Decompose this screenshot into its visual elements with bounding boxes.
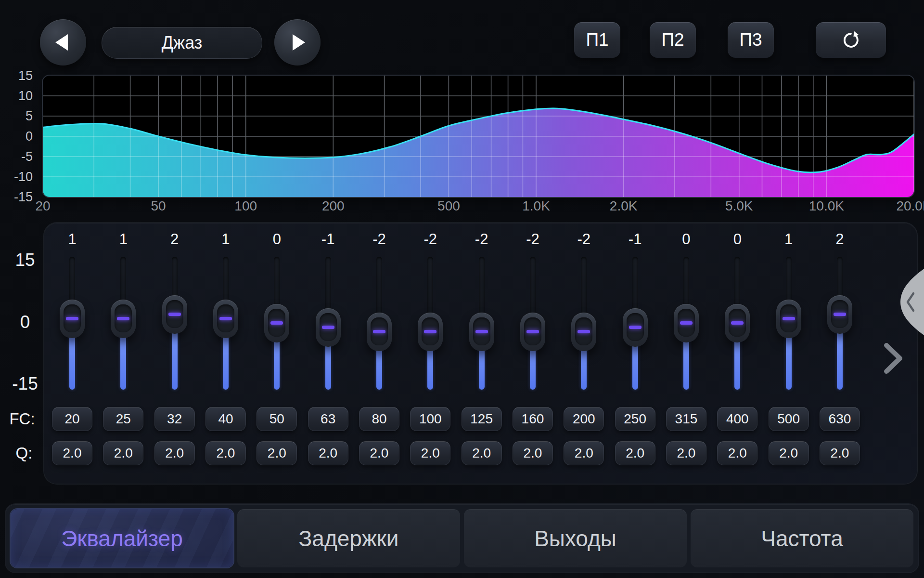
band-q-button[interactable]: 2.0 bbox=[820, 441, 860, 465]
memory-button-3[interactable]: П3 bbox=[728, 22, 774, 58]
band-fc-button[interactable]: 500 bbox=[769, 407, 809, 431]
memory-button-1[interactable]: П1 bbox=[574, 22, 620, 58]
band-q-button[interactable]: 2.0 bbox=[462, 441, 502, 465]
band-gain-value: 0 bbox=[661, 231, 712, 248]
slider-scale-label: 0 bbox=[20, 312, 30, 332]
band-q-button[interactable]: 2.0 bbox=[257, 441, 297, 465]
arrow-right-icon bbox=[293, 34, 305, 51]
band-gain-value: 1 bbox=[47, 231, 98, 248]
band-q-button[interactable]: 2.0 bbox=[359, 441, 399, 465]
band-q-button[interactable]: 2.0 bbox=[513, 441, 553, 465]
x-tick-label: 50 bbox=[151, 198, 166, 214]
thumb-dash-icon bbox=[117, 317, 129, 320]
band-fc-button[interactable]: 125 bbox=[462, 407, 502, 431]
preset-next-button[interactable] bbox=[274, 19, 321, 66]
thumb-dash-icon bbox=[783, 317, 795, 320]
graph-x-axis: 20501002005001.0K2.0K5.0K10.0K20.0K bbox=[0, 198, 924, 216]
eq-band-200: -22002.0 bbox=[558, 223, 609, 484]
band-slider-thumb[interactable] bbox=[162, 295, 187, 334]
band-slider-thumb[interactable] bbox=[827, 295, 852, 334]
band-slider-thumb[interactable] bbox=[111, 300, 136, 338]
tab-outputs[interactable]: Выходы bbox=[464, 509, 687, 567]
band-slider-thumb[interactable] bbox=[725, 304, 750, 342]
band-q-button[interactable]: 2.0 bbox=[52, 441, 92, 465]
eq-band-100: -21002.0 bbox=[405, 223, 456, 484]
eq-band-63: -1632.0 bbox=[303, 223, 354, 484]
band-fc-button[interactable]: 20 bbox=[52, 407, 92, 431]
x-tick-label: 500 bbox=[437, 198, 460, 214]
band-q-button[interactable]: 2.0 bbox=[410, 441, 450, 465]
band-q-button[interactable]: 2.0 bbox=[666, 441, 706, 465]
x-tick-label: 2.0K bbox=[610, 198, 638, 214]
equalizer-screen: Джаз П1П2П3 151050-5-10-15 2050100200500… bbox=[0, 0, 924, 578]
band-q-button[interactable]: 2.0 bbox=[615, 441, 655, 465]
thumb-dash-icon bbox=[731, 321, 744, 325]
band-gain-value: -2 bbox=[507, 231, 558, 248]
band-slider-thumb[interactable] bbox=[367, 313, 392, 351]
band-q-button[interactable]: 2.0 bbox=[564, 441, 604, 465]
band-fc-button[interactable]: 50 bbox=[257, 407, 297, 431]
band-fc-button[interactable]: 100 bbox=[410, 407, 450, 431]
eq-curve-svg bbox=[43, 76, 914, 197]
arrow-left-icon bbox=[55, 34, 68, 51]
band-slider-thumb[interactable] bbox=[469, 313, 494, 351]
thumb-dash-icon bbox=[475, 330, 488, 333]
band-slider-thumb[interactable] bbox=[776, 300, 801, 338]
band-slider-thumb[interactable] bbox=[316, 308, 341, 347]
thumb-dash-icon bbox=[578, 330, 590, 333]
eq-curve-plot bbox=[43, 76, 914, 197]
tab-frequency[interactable]: Частота bbox=[691, 509, 913, 567]
eq-band-50: 0502.0 bbox=[251, 223, 302, 484]
thumb-dash-icon bbox=[526, 330, 539, 333]
eq-band-315: 03152.0 bbox=[661, 223, 712, 484]
band-slider-thumb[interactable] bbox=[623, 308, 648, 347]
eq-band-400: 04002.0 bbox=[712, 223, 763, 484]
band-fc-button[interactable]: 315 bbox=[666, 407, 706, 431]
eq-band-20: 1202.0 bbox=[47, 223, 98, 484]
band-fc-button[interactable]: 160 bbox=[513, 407, 553, 431]
band-fc-button[interactable]: 25 bbox=[103, 407, 143, 431]
band-fc-button[interactable]: 63 bbox=[308, 407, 348, 431]
eq-band-40: 1402.0 bbox=[200, 223, 251, 484]
band-q-button[interactable]: 2.0 bbox=[308, 441, 348, 465]
band-slider-thumb[interactable] bbox=[418, 313, 443, 351]
band-q-button[interactable]: 2.0 bbox=[154, 441, 195, 465]
bottom-tabbar: ЭквалайзерЗадержкиВыходыЧастота bbox=[6, 504, 918, 572]
band-slider-thumb[interactable] bbox=[264, 304, 289, 342]
band-fc-button[interactable]: 250 bbox=[615, 407, 655, 431]
thumb-dash-icon bbox=[373, 330, 385, 333]
reset-button[interactable] bbox=[816, 22, 886, 58]
tab-equalizer[interactable]: Эквалайзер bbox=[11, 509, 233, 567]
band-slider-thumb[interactable] bbox=[674, 304, 699, 342]
eq-band-160: -21602.0 bbox=[507, 223, 558, 484]
band-gain-value: -1 bbox=[610, 231, 661, 248]
x-tick-label: 100 bbox=[234, 198, 257, 214]
band-fc-button[interactable]: 400 bbox=[717, 407, 757, 431]
next-bands-button[interactable] bbox=[882, 341, 905, 376]
band-fc-button[interactable]: 32 bbox=[154, 407, 195, 431]
band-q-button[interactable]: 2.0 bbox=[103, 441, 143, 465]
band-fc-button[interactable]: 80 bbox=[359, 407, 399, 431]
band-q-button[interactable]: 2.0 bbox=[717, 441, 757, 465]
tab-delays[interactable]: Задержки bbox=[237, 509, 460, 567]
eq-band-630: 26302.0 bbox=[814, 223, 865, 484]
y-tick-label: 0 bbox=[0, 129, 33, 144]
side-drawer-handle[interactable] bbox=[894, 268, 924, 336]
band-fc-button[interactable]: 40 bbox=[205, 407, 246, 431]
band-q-button[interactable]: 2.0 bbox=[769, 441, 809, 465]
y-tick-label: -5 bbox=[0, 149, 33, 164]
q-row-label: Q: bbox=[16, 444, 33, 462]
memory-button-2[interactable]: П2 bbox=[650, 22, 696, 58]
band-fc-button[interactable]: 630 bbox=[820, 407, 860, 431]
preset-prev-button[interactable] bbox=[40, 19, 86, 66]
preset-selector[interactable]: Джаз bbox=[102, 27, 262, 59]
band-slider-thumb[interactable] bbox=[60, 300, 85, 338]
y-tick-label: 5 bbox=[0, 109, 33, 124]
chevron-right-icon bbox=[886, 345, 900, 371]
band-gain-value: 1 bbox=[763, 231, 814, 248]
band-q-button[interactable]: 2.0 bbox=[205, 441, 246, 465]
band-slider-thumb[interactable] bbox=[213, 300, 238, 338]
band-slider-thumb[interactable] bbox=[571, 313, 596, 351]
band-fc-button[interactable]: 200 bbox=[564, 407, 604, 431]
band-slider-thumb[interactable] bbox=[520, 313, 545, 351]
